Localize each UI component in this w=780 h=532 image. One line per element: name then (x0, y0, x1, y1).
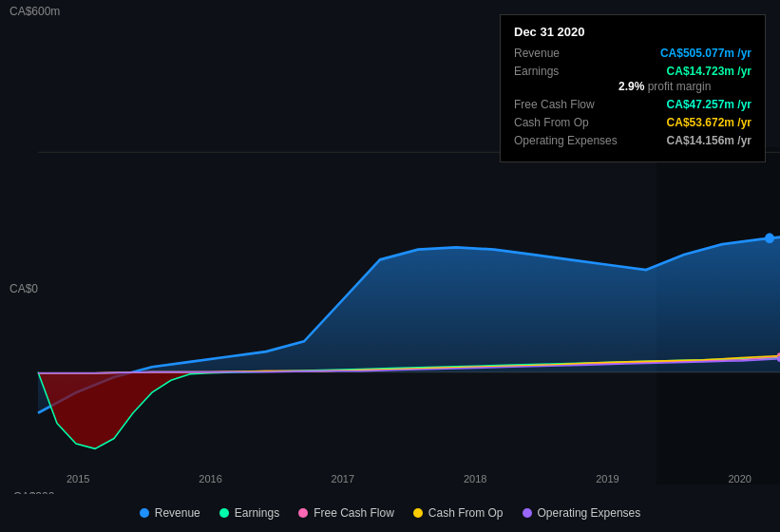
tooltip-value-earnings: CA$14.723m /yr (667, 65, 751, 78)
x-label-2016: 2016 (199, 473, 221, 484)
tooltip-label-fcf: Free Cash Flow (514, 98, 618, 111)
x-label-2017: 2017 (332, 473, 354, 484)
x-label-2020: 2020 (728, 473, 751, 484)
legend-earnings[interactable]: Earnings (219, 506, 279, 520)
profit-margin: 2.9% profit margin (514, 80, 751, 93)
tooltip-label-earnings: Earnings (514, 65, 618, 78)
tooltip-panel: Dec 31 2020 Revenue CA$505.077m /yr Earn… (500, 14, 766, 162)
tooltip-label-cashfromop: Cash From Op (514, 116, 618, 129)
legend-opex[interactable]: Operating Expenses (523, 506, 641, 520)
tooltip-date: Dec 31 2020 (514, 25, 751, 39)
chart-area (0, 147, 780, 484)
chart-svg (0, 147, 780, 484)
legend-dot-revenue (140, 508, 149, 518)
tooltip-row-revenue: Revenue CA$505.077m /yr (514, 47, 751, 60)
tooltip-value-opex: CA$14.156m /yr (667, 134, 751, 147)
x-axis-labels: 2015 2016 2017 2018 2019 2020 (38, 473, 780, 484)
tooltip-row-fcf: Free Cash Flow CA$47.257m /yr (514, 98, 751, 111)
legend-fcf[interactable]: Free Cash Flow (298, 506, 394, 520)
legend-revenue[interactable]: Revenue (140, 506, 200, 520)
tooltip-row-opex: Operating Expenses CA$14.156m /yr (514, 134, 751, 147)
tooltip-row-earnings: Earnings CA$14.723m /yr (514, 65, 751, 78)
legend-label-fcf: Free Cash Flow (314, 506, 394, 520)
legend-cashfromop[interactable]: Cash From Op (413, 506, 504, 520)
legend-dot-opex (523, 508, 532, 518)
legend-dot-earnings (219, 508, 229, 518)
revenue-endpoint (765, 233, 774, 243)
x-label-2019: 2019 (596, 473, 618, 484)
legend-dot-fcf (298, 508, 308, 518)
y-label-600: CA$600m (10, 5, 60, 18)
tooltip-label-revenue: Revenue (514, 47, 618, 60)
earnings-neg-area (38, 372, 209, 449)
legend-dot-cashfromop (413, 508, 423, 518)
tooltip-value-cashfromop: CA$53.672m /yr (667, 116, 751, 129)
tooltip-value-fcf: CA$47.257m /yr (667, 98, 751, 111)
legend-label-cashfromop: Cash From Op (428, 506, 504, 520)
tooltip-value-revenue: CA$505.077m /yr (660, 47, 751, 60)
legend-label-earnings: Earnings (235, 506, 279, 520)
tooltip-label-opex: Operating Expenses (514, 134, 618, 147)
x-label-2018: 2018 (464, 473, 486, 484)
x-label-2015: 2015 (67, 473, 89, 484)
legend-label-revenue: Revenue (155, 506, 200, 520)
legend-label-opex: Operating Expenses (538, 506, 641, 520)
tooltip-row-cashfromop: Cash From Op CA$53.672m /yr (514, 116, 751, 129)
chart-legend: Revenue Earnings Free Cash Flow Cash Fro… (0, 494, 780, 532)
